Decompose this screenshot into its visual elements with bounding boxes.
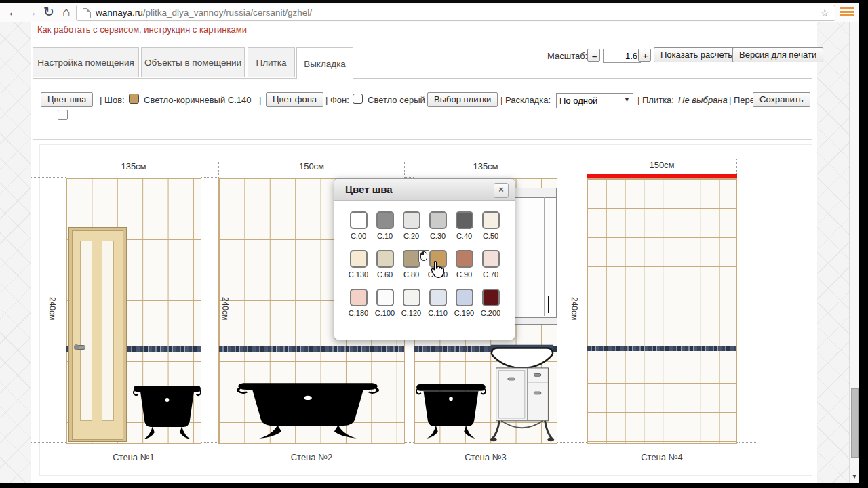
wall3-width-label: 135см: [414, 161, 557, 171]
swatch-cell-C.30: C.30: [425, 211, 451, 240]
wall2-width-label: 150см: [218, 161, 405, 171]
door-glass-panel: [80, 241, 92, 421]
swatch-cell-C.190: C.190: [451, 289, 477, 317]
help-link[interactable]: Как работать с сервисом, инструкция с ка…: [37, 24, 247, 35]
guide-dotted-line: [737, 176, 757, 177]
swatch-C.190[interactable]: [456, 289, 473, 306]
separator: |: [259, 95, 261, 105]
layout-mode-label: | Раскладка:: [500, 95, 551, 105]
bathtub-wall2[interactable]: [235, 377, 380, 443]
home-icon[interactable]: ⌂: [58, 3, 75, 21]
swatch-C.60[interactable]: [376, 250, 394, 268]
tab-tile[interactable]: Плитка: [248, 47, 295, 77]
swatch-grid: C.00C.10C.20C.30C.40C.50C.130C.60C.80C.1…: [345, 211, 504, 317]
swatch-cell-C.180: C.180: [345, 289, 372, 317]
swatch-label: C.200: [477, 309, 504, 317]
bathtub-wall3[interactable]: [415, 378, 487, 443]
swatch-label: C.10: [372, 232, 398, 240]
swatch-C.50[interactable]: [482, 211, 500, 229]
scrollbar[interactable]: ▾: [849, 22, 859, 483]
back-icon[interactable]: ←: [5, 3, 22, 21]
cabinet-bottom-shelf: [513, 317, 557, 325]
wall1-width-label: 135см: [66, 161, 201, 171]
swatch-label: C.120: [398, 309, 425, 317]
seam-label: | Шов:: [100, 95, 125, 105]
swatch-label: C.190: [451, 309, 477, 317]
door[interactable]: [68, 227, 127, 442]
swatch-cell-C.00: C.00: [345, 211, 372, 240]
print-version-button[interactable]: Версия для печати: [732, 47, 823, 62]
guide-dotted-line: [405, 442, 414, 443]
url-text[interactable]: wannaya.ru/plitka_dlya_vannoy/russia/cer…: [96, 7, 312, 18]
guide-dotted-line: [557, 176, 587, 177]
wall3-name: Стена №3: [414, 452, 557, 462]
guide-dotted-line: [31, 442, 66, 443]
tab-room-objects[interactable]: Объекты в помещении: [141, 47, 245, 77]
background-color-button[interactable]: Цвет фона: [266, 92, 323, 107]
swatch-C.40[interactable]: [456, 211, 473, 229]
swatch-label: C.40: [451, 232, 477, 240]
swatch-C.80[interactable]: [403, 250, 420, 268]
swatch-C.130[interactable]: [350, 250, 368, 268]
tab-layout[interactable]: Выкладка: [296, 47, 353, 79]
swatch-C.200[interactable]: [482, 289, 500, 306]
tab-room-setup[interactable]: Настройка помещения: [33, 47, 139, 77]
show-calculations-button[interactable]: Показать расчеты: [654, 47, 741, 62]
swatch-label: C.80: [398, 270, 425, 279]
wall4-border-strip: [587, 346, 736, 351]
swatch-C.20[interactable]: [403, 211, 420, 229]
swatch-C.70[interactable]: [482, 250, 500, 268]
guide-dotted-line: [31, 177, 66, 178]
forward-icon[interactable]: →: [23, 3, 39, 21]
scale-minus-button[interactable]: –: [587, 49, 600, 62]
bookmark-star-icon[interactable]: ☆: [821, 7, 829, 19]
swatch-cell-C.60: C.60: [372, 250, 398, 279]
scale-plus-button[interactable]: +: [638, 49, 651, 62]
wall2-border-strip: [219, 346, 404, 352]
mouse-click-icon: [418, 250, 429, 262]
swatch-C.120[interactable]: [403, 289, 420, 306]
flip-checkbox[interactable]: [58, 110, 68, 120]
screen: ← → ↻ ⌂ wannaya.ru/plitka_dlya_vannoy/ru…: [0, 0, 868, 488]
close-icon[interactable]: ×: [494, 183, 509, 198]
swatch-label: C.100: [372, 309, 398, 317]
swatch-C.110[interactable]: [429, 289, 447, 306]
dim-tick: [404, 161, 406, 178]
swatch-C.100[interactable]: [376, 289, 394, 306]
tabs-divider: [33, 78, 812, 79]
swatch-C.00[interactable]: [350, 211, 368, 229]
tile-select-button[interactable]: Выбор плитки: [427, 92, 498, 107]
wall4-width-label: 150см: [587, 160, 737, 170]
seam-color-button[interactable]: Цвет шва: [41, 92, 93, 107]
wall4-tiles[interactable]: [587, 178, 737, 444]
address-bar[interactable]: wannaya.ru/plitka_dlya_vannoy/russia/cer…: [76, 5, 835, 21]
swatch-cell-C.90: C.90: [451, 250, 477, 279]
vanity-sink[interactable]: [490, 341, 555, 444]
scrollbar-down-arrow[interactable]: ▾: [850, 472, 859, 480]
swatch-C.10[interactable]: [376, 211, 394, 229]
swatch-label: C.20: [398, 232, 425, 240]
door-glass-panel: [102, 241, 114, 421]
browser-menu-icon[interactable]: [840, 7, 854, 19]
scale-input[interactable]: [603, 49, 641, 63]
swatch-label: C.70: [477, 270, 504, 279]
wall2-name: Стена №2: [218, 452, 405, 462]
swatch-label: C.180: [345, 309, 372, 317]
swatch-C.180[interactable]: [350, 289, 368, 306]
url-path: /plitka_dlya_vannoy/russia/cersanit/gzhe…: [143, 7, 312, 18]
dialog-title-bar[interactable]: Цвет шва ×: [334, 179, 515, 201]
swatch-cell-C.200: C.200: [477, 289, 504, 317]
swatch-label: C.50: [477, 232, 504, 240]
scrollbar-thumb[interactable]: [851, 388, 859, 458]
mirror-cabinet[interactable]: [513, 188, 557, 325]
dim-tick: [218, 161, 220, 178]
swatch-C.90[interactable]: [456, 250, 473, 268]
wall4-name: Стена №4: [587, 452, 737, 462]
save-button[interactable]: Сохранить: [753, 92, 810, 107]
wall4-height-label: 240см: [570, 288, 579, 329]
bathtub-wall1[interactable]: [132, 380, 202, 444]
guide-dotted-line: [557, 442, 587, 443]
reload-icon[interactable]: ↻: [41, 3, 57, 21]
swatch-C.30[interactable]: [429, 211, 447, 229]
layout-select[interactable]: По одной: [557, 94, 633, 108]
